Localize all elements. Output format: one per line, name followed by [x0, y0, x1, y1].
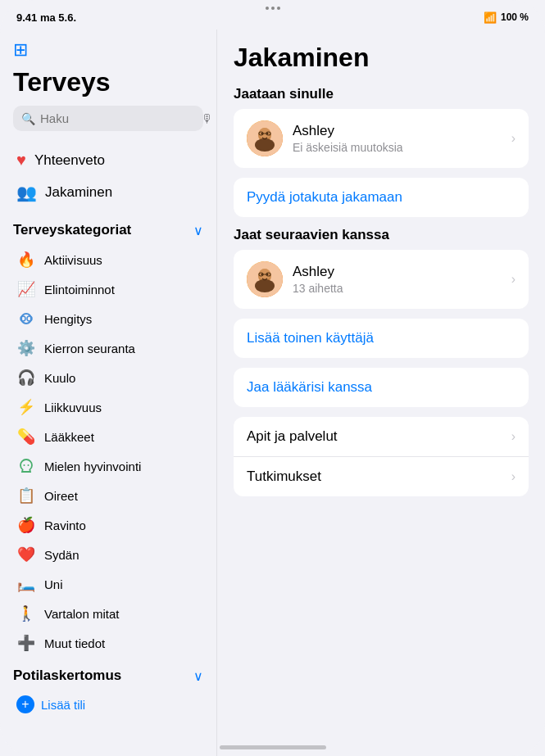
search-icon: 🔍	[21, 112, 35, 125]
category-oireet[interactable]: 📋 Oireet	[13, 481, 203, 510]
category-label-ravinto: Ravinto	[44, 518, 86, 532]
pyyda-label: Pyydä jotakuta jakamaan	[247, 189, 515, 206]
categories-chevron[interactable]: ∨	[193, 223, 203, 238]
content-title: Jakaminen	[234, 43, 529, 73]
svg-point-3	[24, 464, 25, 466]
kuulo-icon: 🎧	[16, 368, 36, 387]
home-indicator	[220, 745, 326, 749]
potilaskertomus-section: Potilaskertomus ∨ + Lisää tili	[13, 668, 203, 718]
ashley-shared-chevron: ›	[511, 131, 515, 146]
category-mielen-hyvinvointi[interactable]: Mielen hyvinvointi	[13, 451, 203, 481]
nav-items: ♥ Yhteenveto 👥 Jakaminen	[13, 144, 203, 209]
ashley-sharing-chevron: ›	[511, 272, 515, 287]
search-box[interactable]: 🔍 🎙	[13, 106, 203, 131]
sidebar-item-yhteenveto[interactable]: ♥ Yhteenveto	[13, 144, 203, 176]
apit-row[interactable]: Apit ja palvelut ›	[234, 417, 529, 457]
people-icon: 👥	[16, 183, 37, 202]
liikkuvuus-icon: ⚡	[16, 397, 36, 417]
vartalon-icon: 🚶	[16, 604, 36, 623]
category-muut-tiedot[interactable]: ➕ Muut tiedot	[13, 628, 203, 658]
category-ravinto[interactable]: 🍎 Ravinto	[13, 510, 203, 540]
nav-label-yhteenveto: Yhteenveto	[34, 152, 105, 169]
status-bar: 9.41 ma 5.6. 📶 100 %	[0, 0, 545, 29]
search-input[interactable]	[40, 111, 196, 125]
jaa-laakari-row[interactable]: Jaa lääkärisi kanssa	[234, 368, 529, 407]
ashley-info-sharing: Ashley 13 aihetta	[293, 264, 502, 295]
category-label-elintoiminnot: Elintoiminnot	[44, 283, 115, 297]
category-kuulo[interactable]: 🎧 Kuulo	[13, 363, 203, 392]
lisaa-tili-label: Lisää tili	[41, 698, 85, 712]
category-liikkuvuus[interactable]: ⚡ Liikkuvuus	[13, 392, 203, 422]
category-label-hengitys: Hengitys	[44, 312, 92, 326]
pyyda-card[interactable]: Pyydä jotakuta jakamaan	[234, 178, 529, 217]
category-label-kuulo: Kuulo	[44, 371, 75, 385]
lisaa-kayttaja-card[interactable]: Lisää toinen käyttäjä	[234, 319, 529, 358]
category-aktiivisuus[interactable]: 🔥 Aktiivisuus	[13, 245, 203, 274]
hengitys-icon	[16, 309, 36, 328]
sidebar-title: Terveys	[13, 67, 203, 97]
apit-label: Apit ja palvelut	[247, 428, 511, 445]
category-label-aktiivisuus: Aktiivisuus	[44, 253, 102, 267]
category-label-muut: Muut tiedot	[44, 636, 105, 650]
pyyda-row[interactable]: Pyydä jotakuta jakamaan	[234, 178, 529, 217]
category-label-kierron: Kierron seuranta	[44, 342, 135, 355]
jaat-seuraavien-label: Jaat seuraavien kanssa	[234, 227, 529, 243]
category-label-liikkuvuus: Liikkuvuus	[44, 401, 102, 414]
tutkimukset-label: Tutkimukset	[247, 469, 511, 485]
ravinto-icon: 🍎	[16, 515, 36, 535]
elintoiminnot-icon: 📈	[16, 279, 36, 299]
shared-ashley-row[interactable]: Ashley Ei äskeisiä muutoksia ›	[234, 109, 529, 168]
category-uni[interactable]: 🛏️ Uni	[13, 569, 203, 599]
lisaa-kayttaja-label: Lisää toinen käyttäjä	[247, 330, 515, 346]
tutkimukset-chevron: ›	[511, 469, 515, 484]
category-kierron-seuranta[interactable]: ⚙️ Kierron seuranta	[13, 333, 203, 363]
jaetaan-sinulle-label: Jaataan sinulle	[234, 86, 529, 102]
categories-title: Terveyskategoriat	[13, 222, 131, 238]
jaetaan-sinulle-card: Ashley Ei äskeisiä muutoksia ›	[234, 109, 529, 168]
category-elintoiminnot[interactable]: 📈 Elintoiminnot	[13, 274, 203, 304]
apit-chevron: ›	[511, 429, 515, 444]
category-sydan[interactable]: ❤️ Sydän	[13, 540, 203, 569]
category-label-vartalon: Vartalon mitat	[44, 607, 119, 621]
category-laakkeet[interactable]: 💊 Lääkkeet	[13, 422, 203, 451]
oireet-icon: 📋	[16, 486, 36, 505]
apit-tutkimukset-card: Apit ja palvelut › Tutkimukset ›	[234, 417, 529, 496]
ashley-avatar-shared	[247, 120, 283, 156]
svg-point-4	[28, 464, 30, 466]
sydan-icon: ❤️	[16, 545, 36, 564]
laakkeet-icon: 💊	[16, 427, 36, 446]
uni-icon: 🛏️	[16, 574, 36, 594]
status-right: 📶 100 %	[484, 11, 529, 24]
lisaa-tili-button[interactable]: + Lisää tili	[13, 690, 203, 718]
potilaskertomus-chevron[interactable]: ∨	[193, 668, 203, 684]
aktiivisuus-icon: 🔥	[16, 250, 36, 269]
wifi-icon: 📶	[484, 11, 497, 24]
categories-header: Terveyskategoriat ∨	[13, 222, 203, 238]
ashley-sub-sharing: 13 aihetta	[293, 282, 502, 295]
sidebar-layout-icon[interactable]: ⊞	[13, 39, 203, 61]
battery-label: 100 %	[501, 11, 529, 23]
top-dots	[266, 7, 280, 10]
category-label-sydan: Sydän	[44, 548, 79, 562]
layout-icon: ⊞	[13, 39, 28, 60]
svg-point-0	[21, 314, 31, 324]
jaat-seuraavien-card: Ashley 13 aihetta ›	[234, 250, 529, 309]
svg-point-17	[255, 279, 275, 292]
ashley-info-shared: Ashley Ei äskeisiä muutoksia	[293, 123, 502, 154]
plus-circle-icon: +	[16, 695, 34, 713]
ashley-name-shared: Ashley	[293, 123, 502, 139]
mielen-icon	[16, 456, 36, 476]
muut-icon: ➕	[16, 633, 36, 653]
sidebar: ⊞ Terveys 🔍 🎙 ♥ Yhteenveto 👥 Jakaminen T…	[0, 29, 217, 756]
sharing-ashley-row[interactable]: Ashley 13 aihetta ›	[234, 250, 529, 309]
tutkimukset-row[interactable]: Tutkimukset ›	[234, 457, 529, 496]
category-hengitys[interactable]: Hengitys	[13, 304, 203, 333]
category-vartalon-mitat[interactable]: 🚶 Vartalon mitat	[13, 599, 203, 628]
status-time: 9.41 ma 5.6.	[16, 11, 76, 24]
jaa-laakari-card[interactable]: Jaa lääkärisi kanssa	[234, 368, 529, 407]
svg-point-8	[255, 138, 275, 152]
lisaa-kayttaja-row[interactable]: Lisää toinen käyttäjä	[234, 319, 529, 358]
category-label-mielen: Mielen hyvinvointi	[44, 459, 141, 473]
sidebar-item-jakaminen[interactable]: 👥 Jakaminen	[13, 176, 203, 209]
category-label-uni: Uni	[44, 577, 63, 591]
